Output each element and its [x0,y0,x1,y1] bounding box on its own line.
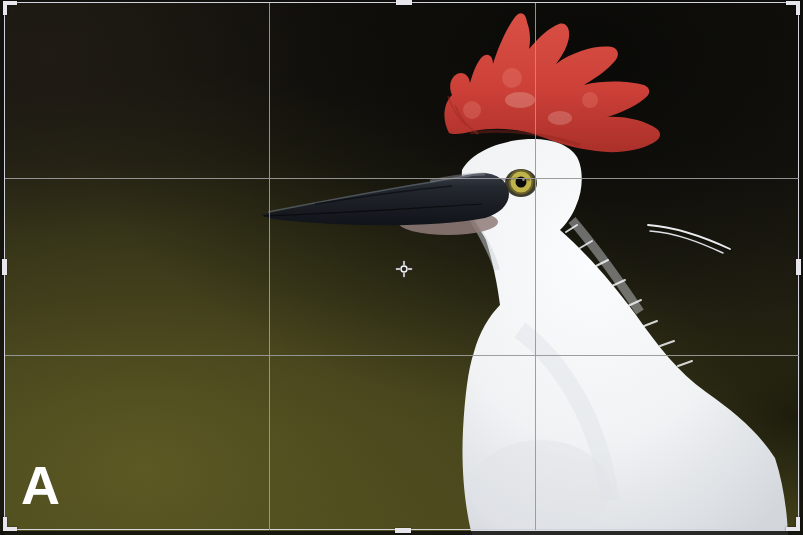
crop-handle-right-middle[interactable] [796,259,801,275]
crop-grid-vertical-line-2 [535,3,536,530]
crop-handle-bottom-left[interactable] [3,517,17,531]
crop-handle-bottom-middle[interactable] [395,528,411,533]
crop-handle-bottom-right[interactable] [786,517,800,531]
crop-handle-left-middle[interactable] [2,259,7,275]
crop-handle-top-middle[interactable] [396,0,412,5]
crop-preview-canvas: A [0,0,803,535]
variant-label: A [21,458,60,512]
crop-center-crosshair-icon[interactable] [395,260,413,278]
crop-handle-top-right[interactable] [786,1,800,15]
crop-grid-horizontal-line-2 [5,355,799,356]
crop-grid-vertical-line-1 [269,3,270,530]
crop-grid-horizontal-line-1 [5,178,799,179]
crop-handle-top-left[interactable] [3,1,17,15]
